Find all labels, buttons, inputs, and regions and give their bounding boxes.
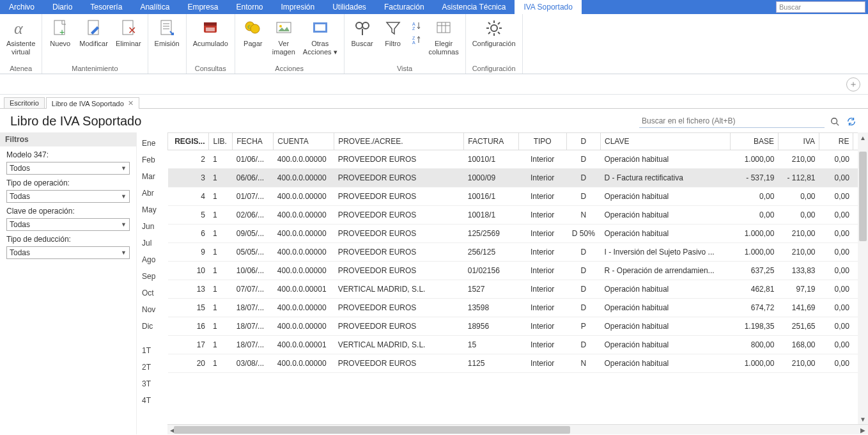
ribbon-btn-label: Acumulado bbox=[193, 40, 228, 48]
global-search-input[interactable]: Buscar bbox=[776, 1, 865, 13]
month-jun[interactable]: Jun bbox=[137, 218, 167, 235]
cell-lib: 1 bbox=[209, 187, 233, 206]
month-nov[interactable]: Nov bbox=[137, 301, 167, 318]
col-header-tipo[interactable]: TIPO bbox=[518, 133, 566, 150]
cell-tipo: Interior bbox=[518, 317, 566, 336]
cell-tipo: Interior bbox=[518, 150, 566, 169]
file-search-input[interactable] bbox=[639, 115, 825, 128]
col-header-regis[interactable]: REGIS... bbox=[168, 133, 209, 150]
col-header-base[interactable]: BASE bbox=[731, 133, 779, 150]
cell-d: D bbox=[566, 262, 600, 280]
ribbon-btn-acumulado[interactable]: Acumulado bbox=[190, 17, 231, 49]
ribbon-btn-configuraci-n[interactable]: Configuración bbox=[470, 17, 518, 49]
ribbon-btn-ver[interactable]: Verimagen bbox=[270, 17, 298, 58]
filter-select[interactable]: Todas▼ bbox=[6, 218, 130, 231]
month-mar[interactable]: Mar bbox=[137, 168, 167, 185]
ribbon-btn-pagar[interactable]: €Pagar bbox=[239, 17, 267, 49]
ribbon-btn-filtro[interactable]: Filtro bbox=[379, 17, 407, 49]
filter-select[interactable]: Todas▼ bbox=[6, 246, 130, 259]
svg-text:Z: Z bbox=[412, 26, 415, 30]
close-icon[interactable]: ✕ bbox=[128, 99, 134, 107]
table-row[interactable]: 4101/07/...400.0.0.00000PROVEEDOR EUROS1… bbox=[168, 187, 868, 206]
ribbon-btn-elegir[interactable]: Elegircolumnas bbox=[426, 17, 461, 58]
cell-lib: 1 bbox=[209, 336, 233, 354]
menu-item-facturaci-n[interactable]: Facturación bbox=[375, 0, 433, 14]
doc-tab-libro-de-iva-soportado[interactable]: Libro de IVA Soportado✕ bbox=[46, 97, 139, 109]
ribbon-btn-asistente[interactable]: αAsistentevirtual bbox=[4, 17, 38, 58]
horizontal-scrollbar[interactable]: ◀ ▶ bbox=[167, 424, 868, 434]
month-4t[interactable]: 4T bbox=[137, 392, 167, 409]
month-ene[interactable]: Ene bbox=[137, 135, 167, 152]
month-jul[interactable]: Jul bbox=[137, 235, 167, 251]
ribbon-btn-eliminar[interactable]: ✕Eliminar bbox=[113, 17, 144, 49]
ribbon-btn-modificar[interactable]: Modificar bbox=[77, 17, 111, 49]
table-row[interactable]: 6109/05/...400.0.0.00000PROVEEDOR EUROS1… bbox=[168, 225, 868, 243]
col-header-iva[interactable]: IVA bbox=[778, 133, 819, 150]
menu-item-diario[interactable]: Diario bbox=[43, 0, 81, 14]
col-header-fecha[interactable]: FECHA bbox=[233, 133, 274, 150]
col-header-re[interactable]: RE bbox=[819, 133, 853, 150]
cell-re: 0,00 bbox=[819, 317, 853, 336]
scroll-right-arrow-icon[interactable]: ▶ bbox=[858, 425, 868, 434]
table-row[interactable]: 20103/08/...400.0.0.00000PROVEEDOR EUROS… bbox=[168, 354, 868, 373]
table-row[interactable]: 17118/07/...400.0.0.00001VERTICAL MADRID… bbox=[168, 336, 868, 354]
sortaz-icon[interactable]: AZ bbox=[410, 19, 424, 32]
scroll-up-arrow-icon[interactable]: ▲ bbox=[858, 132, 868, 143]
menu-item-tesorer-a[interactable]: Tesorería bbox=[81, 0, 131, 14]
menu-item-asistencia-t-cnica[interactable]: Asistencia Técnica bbox=[433, 0, 515, 14]
menu-item-impresi-n[interactable]: Impresión bbox=[272, 0, 323, 14]
table-row[interactable]: 16118/07/...400.0.0.00000PROVEEDOR EUROS… bbox=[168, 317, 868, 336]
menu-item-iva-soportado[interactable]: IVA Soportado bbox=[515, 0, 582, 14]
col-header-provee[interactable]: PROVEE./ACREE. bbox=[334, 133, 464, 150]
ribbon-btn-emisi-n[interactable]: Emisión bbox=[152, 17, 182, 49]
table-row[interactable]: 10110/06/...400.0.0.00000PROVEEDOR EUROS… bbox=[168, 262, 868, 280]
month-ago[interactable]: Ago bbox=[137, 251, 167, 268]
add-button[interactable]: ＋ bbox=[846, 77, 860, 91]
table-row[interactable]: 13107/07/...400.0.0.00001VERTICAL MADRID… bbox=[168, 280, 868, 299]
sortza-icon[interactable]: ZA bbox=[410, 33, 424, 46]
horizontal-scroll-thumb[interactable] bbox=[174, 426, 570, 434]
table-row[interactable]: 9105/05/...400.0.0.00000PROVEEDOR EUROS2… bbox=[168, 243, 868, 262]
filter-select[interactable]: Todos▼ bbox=[6, 162, 130, 175]
search-icon[interactable] bbox=[828, 115, 841, 128]
month-may[interactable]: May bbox=[137, 202, 167, 218]
doc-tab-escritorio[interactable]: Escritorio bbox=[4, 97, 45, 108]
col-header-cuenta[interactable]: CUENTA bbox=[274, 133, 334, 150]
month-sep[interactable]: Sep bbox=[137, 268, 167, 285]
col-header-factura[interactable]: FACTURA bbox=[464, 133, 519, 150]
ribbon-btn-otras[interactable]: OtrasAcciones ▾ bbox=[300, 17, 340, 58]
menu-item-archivo[interactable]: Archivo bbox=[0, 0, 43, 14]
ribbon-btn-nuevo[interactable]: +Nuevo bbox=[46, 17, 74, 49]
month-dic[interactable]: Dic bbox=[137, 318, 167, 335]
menu-item-utilidades[interactable]: Utilidades bbox=[323, 0, 375, 14]
month-3t[interactable]: 3T bbox=[137, 376, 167, 392]
table-row[interactable]: 3106/06/...400.0.0.00000PROVEEDOR EUROS1… bbox=[168, 169, 868, 187]
month-1t[interactable]: 1T bbox=[137, 342, 167, 359]
cell-provee: PROVEEDOR EUROS bbox=[334, 225, 464, 243]
month-oct[interactable]: Oct bbox=[137, 285, 167, 301]
month-feb[interactable]: Feb bbox=[137, 152, 167, 168]
menu-item-anal-tica[interactable]: Analítica bbox=[131, 0, 178, 14]
col-header-lib[interactable]: LIB. bbox=[209, 133, 233, 150]
cell-clave: Operación habitual bbox=[601, 225, 731, 243]
scroll-down-arrow-icon[interactable]: ▼ bbox=[858, 414, 868, 424]
ribbon-btn-label: Filtro bbox=[385, 40, 400, 48]
menu-item-entorno[interactable]: Entorno bbox=[227, 0, 272, 14]
svg-text:Z: Z bbox=[412, 36, 415, 40]
cell-re: 0,00 bbox=[819, 150, 853, 169]
vertical-scrollbar[interactable]: ▲ ▼ bbox=[858, 132, 868, 424]
vertical-scroll-thumb[interactable] bbox=[859, 152, 867, 241]
refresh-icon[interactable] bbox=[845, 115, 858, 128]
ribbon-btn-buscar[interactable]: Buscar bbox=[348, 17, 376, 49]
col-header-clave[interactable]: CLAVE bbox=[601, 133, 731, 150]
table-row[interactable]: 2101/06/...400.0.0.00000PROVEEDOR EUROS1… bbox=[168, 150, 868, 169]
table-row[interactable]: 15118/07/...400.0.0.00000PROVEEDOR EUROS… bbox=[168, 299, 868, 317]
table-row[interactable]: 5102/06/...400.0.0.00000PROVEEDOR EUROS1… bbox=[168, 206, 868, 225]
cell-d: N bbox=[566, 206, 600, 225]
col-header-d[interactable]: D bbox=[566, 133, 600, 150]
month-abr[interactable]: Abr bbox=[137, 185, 167, 202]
grid-scroll[interactable]: REGIS...LIB.FECHACUENTAPROVEE./ACREE.FAC… bbox=[167, 132, 868, 424]
menu-item-empresa[interactable]: Empresa bbox=[178, 0, 227, 14]
filter-select[interactable]: Todas▼ bbox=[6, 190, 130, 203]
month-2t[interactable]: 2T bbox=[137, 359, 167, 376]
